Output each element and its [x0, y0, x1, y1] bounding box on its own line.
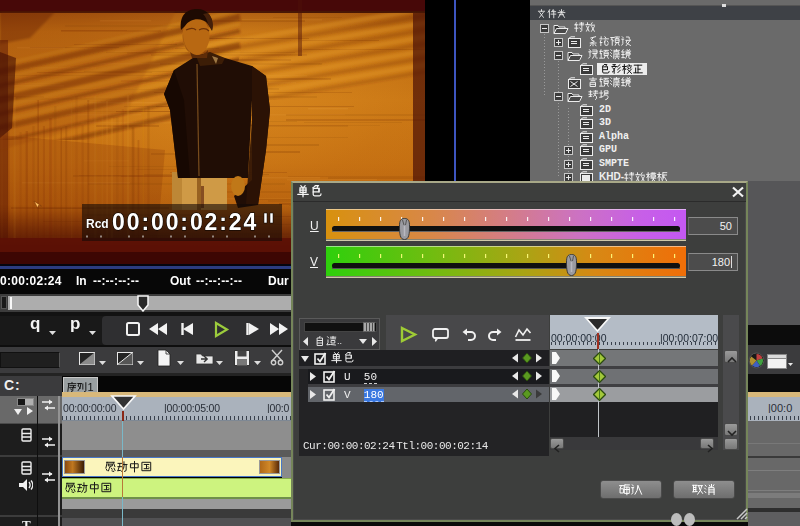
- svg-text:00:00:02:24: 00:00:02:24: [112, 209, 258, 235]
- svg-text:Rcd: Rcd: [86, 217, 109, 231]
